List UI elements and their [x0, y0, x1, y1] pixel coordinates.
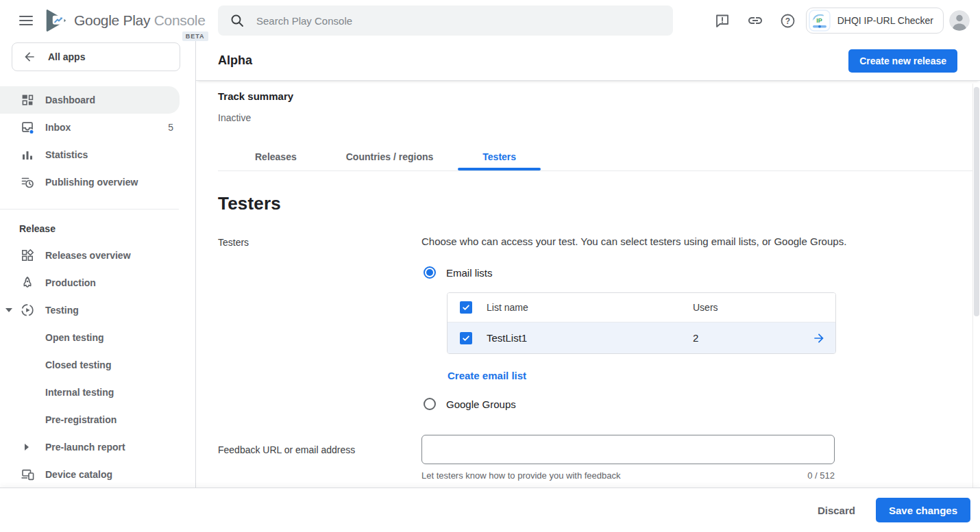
email-lists-table: List name Users TestList1 2 — [447, 292, 836, 354]
feedback-char-counter: 0 / 512 — [807, 470, 835, 481]
copy-link-button[interactable] — [739, 4, 772, 37]
back-arrow-icon — [23, 50, 36, 64]
save-footer-bar: Discard Save changes — [0, 488, 980, 532]
row-checkbox[interactable] — [460, 332, 472, 344]
beta-badge: BETA — [182, 31, 208, 41]
tab-countries-regions[interactable]: Countries / regions — [321, 143, 458, 170]
account-avatar[interactable] — [949, 10, 970, 31]
sidebar-divider — [0, 209, 179, 210]
scrollbar-thumb[interactable] — [974, 87, 979, 316]
top-app-bar: Google Play Console BETA ? — [0, 0, 980, 41]
testing-icon — [21, 303, 34, 317]
page-header: Alpha Create new release — [196, 41, 980, 81]
track-summary-label: Track summary — [218, 90, 958, 102]
sidebar: All apps Dashboard Inbox 5 — [0, 41, 196, 488]
svg-text:IP: IP — [816, 17, 822, 24]
table-row[interactable]: TestList1 2 — [448, 322, 835, 353]
select-all-checkbox[interactable] — [460, 301, 472, 314]
feedback-button[interactable] — [706, 4, 739, 37]
track-status: Inactive — [218, 112, 958, 123]
publishing-overview-icon — [21, 175, 34, 189]
pre-launch-expand-caret-icon[interactable] — [25, 444, 29, 451]
help-button[interactable]: ? — [772, 4, 805, 37]
sidebar-main-list: Dashboard Inbox 5 Statistics — [0, 86, 195, 196]
feedback-helper-text: Let testers know how to provide you with… — [421, 470, 621, 481]
sidebar-item-dashboard[interactable]: Dashboard — [0, 86, 180, 114]
link-icon — [747, 12, 763, 29]
play-logo-icon — [42, 6, 71, 35]
sidebar-item-open-testing[interactable]: Open testing — [0, 324, 195, 351]
search-input[interactable] — [255, 14, 611, 27]
google-play-console-logo: Google Play Console BETA — [42, 6, 206, 35]
app-selector[interactable]: IP DHQI IP-URL Checker — [806, 8, 944, 34]
sidebar-item-releases-overview[interactable]: Releases overview — [0, 242, 195, 269]
sidebar-item-device-catalog[interactable]: Device catalog — [0, 461, 195, 488]
check-icon — [461, 303, 471, 312]
release-section-label: Release — [19, 223, 195, 234]
feedback-icon — [715, 13, 730, 28]
inbox-icon — [21, 121, 34, 134]
email-lists-radio[interactable] — [424, 266, 436, 279]
releases-overview-icon — [21, 249, 34, 262]
check-icon — [461, 333, 471, 343]
column-header-users: Users — [685, 302, 801, 313]
dashboard-icon — [21, 93, 34, 107]
tab-releases[interactable]: Releases — [230, 143, 321, 170]
sidebar-item-inbox[interactable]: Inbox 5 — [0, 114, 195, 141]
create-new-release-button[interactable]: Create new release — [848, 49, 957, 73]
svg-text:?: ? — [785, 16, 790, 25]
help-icon: ? — [780, 13, 796, 29]
main-content: Alpha Create new release Track summary I… — [196, 41, 980, 488]
feedback-row-label: Feedback URL or email address — [218, 435, 421, 481]
tab-testers[interactable]: Testers — [458, 143, 541, 170]
testing-expand-caret-icon[interactable] — [5, 308, 12, 312]
table-header-row: List name Users — [448, 293, 835, 322]
production-rocket-icon — [21, 276, 34, 290]
email-lists-option[interactable]: Email lists — [421, 266, 980, 279]
open-list-arrow-icon[interactable] — [812, 331, 826, 345]
device-catalog-icon — [21, 468, 34, 481]
logo-text: Google Play Console — [74, 12, 206, 29]
testers-heading: Testers — [218, 193, 980, 214]
save-changes-button[interactable]: Save changes — [876, 498, 970, 522]
inbox-count-badge: 5 — [168, 122, 173, 133]
sidebar-item-production[interactable]: Production — [0, 269, 195, 296]
search-bar[interactable] — [218, 5, 673, 36]
app-icon: IP — [809, 10, 831, 31]
sidebar-item-testing[interactable]: Testing — [0, 296, 195, 324]
google-groups-radio[interactable] — [424, 398, 436, 410]
sidebar-item-statistics[interactable]: Statistics — [0, 141, 195, 168]
track-summary-section: Track summary Inactive — [196, 81, 980, 123]
column-header-list-name: List name — [487, 302, 685, 313]
current-app-name: DHQI IP-URL Checker — [837, 15, 933, 26]
sidebar-item-pre-launch-report[interactable]: Pre-launch report — [0, 433, 195, 461]
create-email-list-link[interactable]: Create email list — [448, 370, 526, 381]
testers-description: Choose who can access your test. You can… — [421, 236, 980, 247]
sidebar-item-internal-testing[interactable]: Internal testing — [0, 379, 195, 406]
page-title: Alpha — [218, 53, 252, 68]
list-name-cell: TestList1 — [487, 332, 685, 344]
testers-row-label: Testers — [218, 236, 421, 410]
track-tabs: Releases Countries / regions Testers — [218, 143, 973, 171]
search-icon — [230, 13, 245, 28]
all-apps-back-button[interactable]: All apps — [12, 42, 180, 71]
sidebar-item-publishing-overview[interactable]: Publishing overview — [0, 168, 195, 196]
sidebar-item-pre-registration[interactable]: Pre-registration — [0, 406, 195, 433]
testers-form-row: Testers Choose who can access your test.… — [196, 236, 980, 410]
statistics-icon — [21, 148, 34, 162]
topbar-actions: ? IP DHQI IP-URL Checker — [706, 0, 970, 41]
feedback-helper-row: Let testers know how to provide you with… — [421, 470, 835, 481]
discard-button[interactable]: Discard — [813, 504, 859, 517]
feedback-form-row: Feedback URL or email address Let tester… — [196, 435, 980, 481]
scrollbar-track[interactable] — [972, 84, 980, 488]
sidebar-release-list: Releases overview Production Testing Ope… — [0, 242, 195, 488]
sidebar-item-closed-testing[interactable]: Closed testing — [0, 351, 195, 379]
users-count-cell: 2 — [685, 332, 801, 344]
menu-hamburger-icon[interactable] — [19, 16, 33, 25]
feedback-url-input[interactable] — [421, 435, 835, 464]
google-groups-option[interactable]: Google Groups — [421, 398, 980, 410]
